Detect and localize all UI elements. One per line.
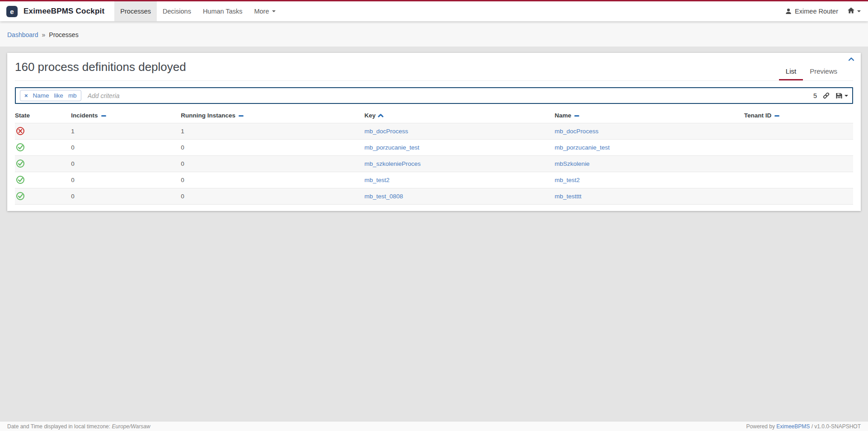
nav-item-more[interactable]: More [248,1,281,21]
breadcrumb: Dashboard » Processes [7,31,861,38]
version-label: / v1.0.0-SNAPSHOT [810,423,861,430]
app-title: EximeeBPMS Cockpit [23,7,104,16]
process-definitions-table: State Incidents Running Instances Key Na… [15,109,853,205]
key-cell: mb_docProcess [365,123,555,140]
footer: Date and Time displayed in local timezon… [0,421,868,431]
criteria-operator[interactable]: like [54,92,63,99]
sort-minus-icon[interactable] [239,115,244,117]
incidents-cell: 0 [71,156,181,172]
tenant-cell [744,156,853,172]
tenant-cell [744,172,853,188]
process-key-link[interactable]: mb_test2 [365,177,390,183]
state-cell [15,156,71,172]
sort-minus-icon[interactable] [774,115,779,117]
key-cell: mb_test2 [365,172,555,188]
key-cell: mb_szkolenieProces [365,156,555,172]
search-filter-bar[interactable]: × Name like mb 5 [15,87,853,104]
timezone-note: Date and Time displayed in local timezon… [7,423,150,430]
running-instances-cell: 0 [181,140,364,156]
name-cell: mb_docProcess [555,123,744,140]
save-filter-button[interactable] [835,92,848,99]
name-cell: mb_test2 [555,172,744,188]
process-key-link[interactable]: mb_szkolenieProces [365,160,421,167]
process-key-link[interactable]: mb_docProcess [365,128,408,135]
column-header-name[interactable]: Name [555,109,744,123]
column-header-running-instances[interactable]: Running Instances [181,109,364,123]
name-cell: mbSzkolenie [555,156,744,172]
tenant-cell [744,140,853,156]
eximeebpms-link[interactable]: EximeeBPMS [776,423,810,430]
nav-item-human-tasks[interactable]: Human Tasks [197,1,249,21]
navbar: e EximeeBPMS Cockpit Processes Decisions… [0,1,868,21]
tenant-cell [744,123,853,140]
nav-item-decisions[interactable]: Decisions [157,1,197,21]
timezone-value: Europe/Warsaw [112,423,150,430]
column-header-key[interactable]: Key [365,109,555,123]
column-header-state[interactable]: State [15,109,71,123]
column-header-incidents[interactable]: Incidents [71,109,181,123]
user-icon [785,8,792,15]
user-name[interactable]: Eximee Router [795,8,838,15]
running-instances-cell: 0 [181,188,364,205]
save-icon [835,92,843,99]
table-row: 0 0 mb_test2 mb_test2 [15,172,853,188]
process-definitions-panel: 160 process definitions deployed List Pr… [7,53,861,211]
breadcrumb-dashboard-link[interactable]: Dashboard [7,31,38,38]
result-count: 5 [813,92,817,99]
process-name-link[interactable]: mb_testttt [555,193,582,200]
tab-list[interactable]: List [779,64,803,80]
caret-down-icon [857,10,861,12]
view-tabs: List Previews [779,64,844,80]
caret-down-icon [845,95,848,97]
ok-state-icon [16,143,25,152]
table-row: 0 0 mb_test_0808 mb_testttt [15,188,853,205]
sort-minus-icon[interactable] [574,115,579,117]
tab-previews[interactable]: Previews [803,64,844,80]
sort-minus-icon[interactable] [101,115,106,117]
criteria-value[interactable]: mb [68,92,77,99]
incident-state-icon [16,126,25,136]
process-key-link[interactable]: mb_test_0808 [365,193,404,200]
breadcrumb-separator: » [42,31,46,38]
state-cell [15,123,71,140]
process-name-link[interactable]: mb_docProcess [555,128,599,135]
nav-item-processes[interactable]: Processes [114,1,157,21]
incidents-cell: 0 [71,172,181,188]
running-instances-cell: 0 [181,156,364,172]
collapse-panel-button[interactable] [848,56,854,62]
state-cell [15,172,71,188]
criteria-field[interactable]: Name [33,92,49,99]
powered-by: Powered by EximeeBPMS / v1.0.0-SNAPSHOT [746,423,861,430]
table-row: 1 1 mb_docProcess mb_docProcess [15,123,853,140]
state-cell [15,140,71,156]
filter-toolbar: 5 [813,92,848,99]
process-name-link[interactable]: mb_porzucanie_test [555,144,610,151]
process-key-link[interactable]: mb_porzucanie_test [365,144,420,151]
breadcrumb-band: Dashboard » Processes [0,21,868,47]
panel-header: 160 process definitions deployed List Pr… [15,53,853,81]
filter-criteria-chip[interactable]: × Name like mb [20,90,81,101]
app-switcher[interactable] [847,7,861,16]
ok-state-icon [16,175,25,184]
tenant-cell [744,188,853,205]
brand[interactable]: e EximeeBPMS Cockpit [6,1,114,21]
sort-asc-icon[interactable] [378,113,384,118]
logo-letter: e [10,8,14,15]
key-cell: mb_porzucanie_test [365,140,555,156]
process-name-link[interactable]: mbSzkolenie [555,160,590,167]
copy-link-icon[interactable] [822,92,830,99]
incidents-cell: 0 [71,140,181,156]
incidents-cell: 0 [71,188,181,205]
ok-state-icon [16,159,25,168]
column-header-tenant-id[interactable]: Tenant ID [744,109,853,123]
running-instances-cell: 1 [181,123,364,140]
name-cell: mb_porzucanie_test [555,140,744,156]
process-name-link[interactable]: mb_test2 [555,177,580,183]
table-row: 0 0 mb_szkolenieProces mbSzkolenie [15,156,853,172]
remove-criteria-icon[interactable]: × [24,93,28,98]
name-cell: mb_testttt [555,188,744,205]
add-criteria-input[interactable] [88,92,813,99]
chevron-up-icon [848,56,854,62]
navbar-right: Eximee Router [785,1,861,21]
key-cell: mb_test_0808 [365,188,555,205]
